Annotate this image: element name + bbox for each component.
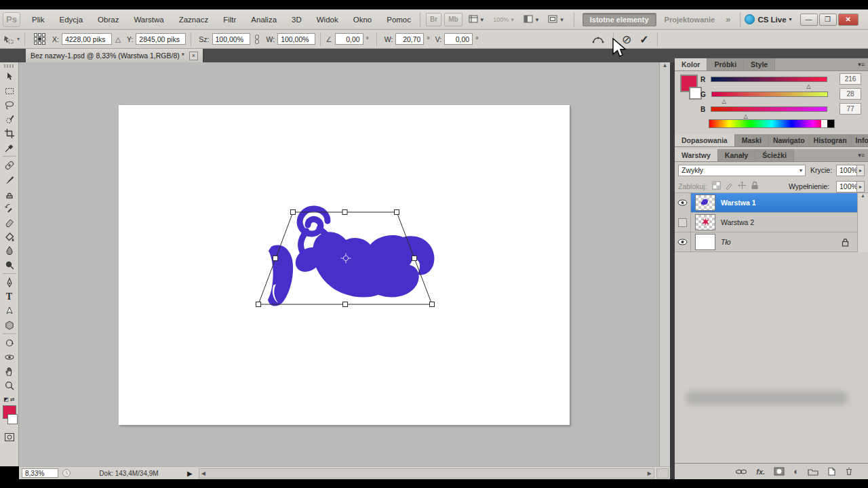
link-dimensions-icon[interactable]: [254, 34, 260, 45]
scroll-right-icon[interactable]: ▶: [648, 470, 652, 476]
type-tool[interactable]: T: [1, 289, 18, 304]
blue-value-field[interactable]: 77: [840, 103, 861, 115]
red-value-field[interactable]: 216: [840, 73, 861, 85]
eraser-tool[interactable]: [1, 215, 18, 229]
green-channel-slider[interactable]: △: [711, 92, 828, 97]
tab-kolor[interactable]: Kolor: [675, 58, 707, 70]
layer-name[interactable]: Warstwa 2: [721, 218, 754, 226]
workspace-projektowanie[interactable]: Projektowanie: [659, 14, 721, 26]
zoom-level-button[interactable]: 100%▾: [490, 13, 517, 26]
tab-maski[interactable]: Maski: [735, 134, 769, 146]
layer-row-warstwa-1[interactable]: Warstwa 1: [675, 193, 857, 213]
spectrum-black[interactable]: [827, 120, 834, 127]
document-tab[interactable]: Bez nazwy-1.psd @ 8,33% (Warstwa 1,RGB/8…: [26, 49, 203, 62]
green-value-field[interactable]: 28: [840, 88, 861, 100]
launch-minibridge-button[interactable]: Mb: [444, 13, 462, 26]
paint-bucket-tool[interactable]: [1, 229, 18, 243]
layer-mask-icon[interactable]: [774, 467, 785, 476]
cancel-transform-button[interactable]: ⊘: [622, 33, 631, 47]
blend-mode-select[interactable]: Zwykły ▾: [678, 165, 806, 176]
blue-channel-slider[interactable]: △: [711, 106, 827, 112]
reference-point-locator[interactable]: [34, 33, 45, 45]
layer-name[interactable]: Warstwa 1: [721, 199, 756, 207]
menu-obraz[interactable]: Obraz: [90, 10, 126, 29]
slider-thumb-icon[interactable]: △: [722, 98, 726, 104]
spectrum-white[interactable]: [821, 120, 827, 127]
tab-dopasowania[interactable]: Dopasowania: [675, 134, 735, 146]
fill-field[interactable]: 100%: [836, 181, 857, 192]
visibility-eye-icon[interactable]: [677, 199, 688, 206]
h-skew-input[interactable]: [395, 33, 424, 45]
tab-style[interactable]: Style: [744, 58, 775, 70]
rectangular-marquee-tool[interactable]: [1, 83, 18, 98]
scroll-up-icon[interactable]: ▲: [663, 62, 668, 68]
layers-scrollbar[interactable]: ▲: [857, 193, 868, 252]
color-spectrum-ramp[interactable]: [709, 119, 835, 128]
quick-selection-tool[interactable]: [1, 112, 18, 126]
close-button[interactable]: ✕: [838, 14, 859, 26]
slider-thumb-icon[interactable]: △: [744, 113, 748, 119]
lock-all-icon[interactable]: [751, 181, 759, 190]
brush-tool[interactable]: [1, 172, 18, 186]
tab-sciezki[interactable]: Ścieżki: [755, 149, 794, 161]
menu-edycja[interactable]: Edycja: [52, 10, 91, 29]
status-flyout-icon[interactable]: ▶: [187, 470, 193, 477]
layer-name[interactable]: Tło: [721, 238, 731, 246]
default-colors-icon[interactable]: ◩ ⇄: [3, 396, 14, 403]
link-layers-icon[interactable]: [735, 468, 747, 475]
workspace-istotne-elementy[interactable]: Istotne elementy: [583, 13, 656, 26]
lasso-tool[interactable]: [1, 98, 18, 112]
layer-row-warstwa-2[interactable]: Warstwa 2: [675, 213, 857, 232]
menu-okno[interactable]: Okno: [346, 10, 380, 29]
lock-pixels-icon[interactable]: [725, 181, 734, 190]
tab-informacje[interactable]: Informacj: [852, 134, 868, 146]
tab-kanaly[interactable]: Kanały: [718, 149, 755, 161]
panel-menu-icon[interactable]: ▾≡: [854, 149, 868, 161]
pen-tool[interactable]: [1, 275, 18, 289]
arrange-documents-button[interactable]: ▾: [521, 13, 542, 26]
delete-layer-icon[interactable]: [845, 467, 853, 476]
blur-tool[interactable]: [1, 243, 18, 258]
document-size-info[interactable]: Dok: 143,4M/34,9M: [75, 470, 183, 477]
quick-mask-button[interactable]: [1, 430, 18, 444]
path-selection-tool[interactable]: [1, 304, 18, 318]
scroll-left-icon[interactable]: ◀: [201, 470, 205, 476]
close-document-icon[interactable]: ×: [189, 52, 198, 60]
clone-stamp-tool[interactable]: [1, 186, 18, 201]
layer-thumbnail[interactable]: [695, 195, 715, 211]
v-skew-input[interactable]: [444, 33, 473, 45]
adjustment-layer-icon[interactable]: ◐: [793, 466, 799, 476]
group-layers-icon[interactable]: [808, 468, 818, 476]
lock-transparency-icon[interactable]: [712, 181, 721, 190]
panel-menu-icon[interactable]: ▾≡: [854, 58, 868, 70]
canvas-area[interactable]: [19, 62, 659, 466]
lock-position-icon[interactable]: [738, 181, 747, 190]
crop-tool[interactable]: [1, 126, 18, 140]
screen-mode-button[interactable]: ▾: [545, 13, 566, 26]
visibility-toggle-empty[interactable]: [678, 218, 687, 227]
layer-row-tlo[interactable]: Tło: [675, 232, 857, 252]
zoom-percent-field[interactable]: [22, 468, 58, 478]
cs-live-button[interactable]: CS Live ▾: [745, 14, 791, 24]
hand-tool[interactable]: [1, 364, 18, 378]
fill-spinner[interactable]: ▸: [856, 181, 865, 192]
tab-probki[interactable]: Próbki: [707, 58, 744, 70]
slider-thumb-icon[interactable]: △: [806, 83, 810, 89]
move-tool[interactable]: [1, 69, 18, 83]
tab-nawigator[interactable]: Nawigato: [769, 134, 810, 146]
layer-thumbnail[interactable]: [695, 214, 715, 230]
tab-warstwy[interactable]: Warstwy: [675, 149, 718, 161]
3d-orbit-tool[interactable]: [1, 350, 18, 364]
menu-plik[interactable]: Plik: [24, 10, 52, 29]
tool-preset-picker[interactable]: ▾: [3, 34, 20, 45]
minimize-button[interactable]: —: [800, 14, 818, 26]
layer-thumbnail[interactable]: [695, 234, 715, 250]
workspace-overflow-button[interactable]: »: [720, 12, 736, 26]
3d-rotate-tool[interactable]: [1, 336, 18, 350]
new-layer-icon[interactable]: [827, 467, 836, 476]
eyedropper-tool[interactable]: [1, 140, 18, 155]
width-scale-input[interactable]: [212, 33, 250, 45]
height-scale-input[interactable]: [277, 33, 315, 45]
x-position-input[interactable]: [62, 33, 112, 45]
menu-widok[interactable]: Widok: [309, 10, 346, 29]
